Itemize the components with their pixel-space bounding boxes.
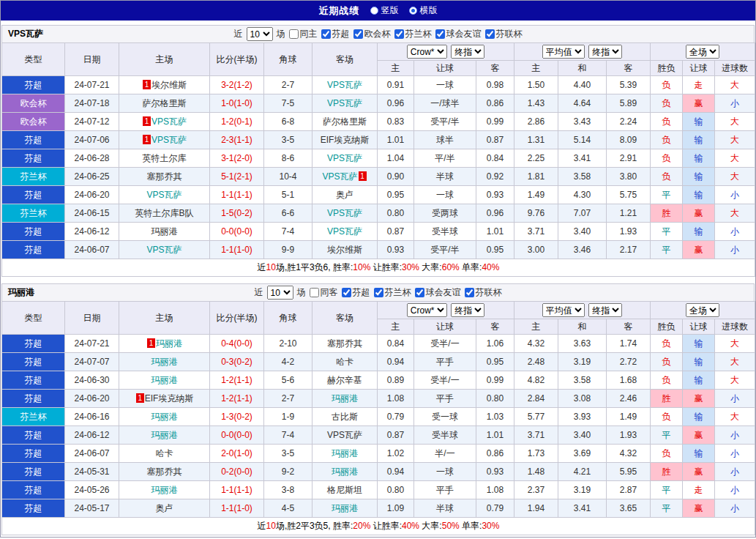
match-count-select[interactable]: 10 xyxy=(267,286,293,300)
team-name[interactable]: VPS瓦萨 xyxy=(327,80,362,90)
topbar: 近期战绩 竖版 横版 xyxy=(1,1,755,21)
team-name[interactable]: 玛丽港 xyxy=(151,226,178,237)
league-filter[interactable]: 芬联杯 xyxy=(485,28,523,40)
league-filter-checkbox[interactable] xyxy=(465,288,474,297)
team-name[interactable]: 哈卡 xyxy=(336,357,353,367)
bookmaker-select[interactable]: Crow* xyxy=(407,303,447,317)
corner-score: 5-6 xyxy=(264,371,312,390)
view-radio-label: 横版 xyxy=(420,4,438,17)
team-name[interactable]: VPS瓦萨 xyxy=(327,98,362,108)
odds-stage-select[interactable]: 终指 xyxy=(588,45,622,59)
team-name[interactable]: 赫尔辛基 xyxy=(327,375,362,385)
team-name[interactable]: 哈卡 xyxy=(156,448,173,458)
home-team: 1EIF埃克纳斯 xyxy=(119,390,210,408)
odds-home: 0.83 xyxy=(378,113,414,131)
match-count-select[interactable]: 10 xyxy=(247,27,273,41)
result-handicap: 输 xyxy=(683,149,715,168)
league-filter[interactable]: 球会友谊 xyxy=(415,286,461,299)
scope-select[interactable]: 全场 xyxy=(686,45,719,59)
league-filter[interactable]: 球会友谊 xyxy=(435,28,482,40)
team-name[interactable]: 英特土尔库 xyxy=(143,153,187,163)
team-name[interactable]: 玛丽港 xyxy=(332,393,358,404)
avg-draw: 3.58 xyxy=(558,168,607,186)
team-name[interactable]: 塞那乔其 xyxy=(147,466,182,477)
odds-home: 0.94 xyxy=(378,463,414,481)
corner-score: 3-5 xyxy=(264,131,312,149)
bookmaker-select[interactable]: Crow* xyxy=(407,45,447,59)
avg-home: 1.43 xyxy=(514,94,558,113)
team-name[interactable]: VPS瓦萨 xyxy=(151,135,187,145)
team-name[interactable]: 玛丽港 xyxy=(332,448,358,458)
league-filter-checkbox[interactable] xyxy=(485,29,495,39)
radio-icon[interactable] xyxy=(370,7,378,15)
avg-away: 5.75 xyxy=(607,186,651,204)
team-name[interactable]: 玛丽港 xyxy=(332,466,358,477)
near-label: 近 xyxy=(255,286,263,299)
odds-stage-select[interactable]: 终指 xyxy=(451,303,484,317)
team-name[interactable]: VPS瓦萨 xyxy=(151,116,187,127)
team-name[interactable]: VPS瓦萨 xyxy=(327,226,362,237)
team-name[interactable]: 英特土尔库B队 xyxy=(135,208,193,218)
avg-odds-select[interactable]: 平均值 xyxy=(542,303,585,317)
team-name[interactable]: VPS瓦萨 xyxy=(327,208,362,218)
avg-home: 2.25 xyxy=(514,149,558,168)
scope-select[interactable]: 全场 xyxy=(686,303,719,317)
league-filter-checkbox[interactable] xyxy=(321,29,331,39)
team-name[interactable]: 奥卢 xyxy=(336,190,353,200)
league-filter-checkbox[interactable] xyxy=(342,288,351,297)
corner-score: 1-9 xyxy=(264,408,312,426)
team-name[interactable]: 塞那乔其 xyxy=(327,338,362,349)
team-name[interactable]: 古比斯 xyxy=(332,412,358,422)
team-name[interactable]: 埃尔维斯 xyxy=(327,245,362,255)
avg-home: 1.50 xyxy=(514,76,558,94)
league-filter-checkbox[interactable] xyxy=(394,29,404,39)
team-name[interactable]: 萨尔格里斯 xyxy=(323,116,367,127)
league-filter-checkbox[interactable] xyxy=(435,29,445,39)
team-name[interactable]: 玛丽港 xyxy=(151,485,178,495)
team-name[interactable]: 玛丽港 xyxy=(151,430,178,440)
avg-odds-select[interactable]: 平均值 xyxy=(542,45,585,59)
team-name[interactable]: EIF埃克纳斯 xyxy=(145,393,194,404)
team-name[interactable]: 塞那乔其 xyxy=(147,171,182,182)
team-name[interactable]: 萨尔格里斯 xyxy=(143,98,187,108)
team-name[interactable]: 玛丽港 xyxy=(151,375,178,385)
home-team: 塞那乔其 xyxy=(119,463,210,481)
radio-icon[interactable] xyxy=(409,7,417,15)
league-filter[interactable]: 芬联杯 xyxy=(465,286,502,299)
odds-stage-select[interactable]: 终指 xyxy=(588,303,622,317)
subcol-asian-home: 主 xyxy=(378,319,414,335)
league-filter[interactable]: 芬兰杯 xyxy=(394,28,432,40)
odds-home: 0.79 xyxy=(378,408,414,426)
league-filter-checkbox[interactable] xyxy=(374,288,383,297)
team-name[interactable]: 埃尔维斯 xyxy=(151,80,187,90)
team-name[interactable]: 玛丽港 xyxy=(151,412,178,422)
team-name[interactable]: VPS瓦萨 xyxy=(322,171,357,182)
league-filter[interactable]: 芬超 xyxy=(342,286,370,299)
team-name[interactable]: VPS瓦萨 xyxy=(327,153,362,163)
team-name[interactable]: VPS瓦萨 xyxy=(327,430,362,440)
team-name[interactable]: 玛丽港 xyxy=(151,357,178,367)
team-name[interactable]: VPS瓦萨 xyxy=(146,190,181,200)
team-name[interactable]: 格尼斯坦 xyxy=(327,485,362,495)
league-filter-checkbox[interactable] xyxy=(415,288,424,297)
team-name[interactable]: 玛丽港 xyxy=(156,338,182,349)
team-name[interactable]: 玛丽港 xyxy=(332,503,358,513)
view-radio[interactable]: 竖版 xyxy=(370,4,399,17)
same-venue-filter-checkbox[interactable] xyxy=(310,288,319,297)
same-venue-filter[interactable]: 同主 xyxy=(289,28,318,40)
odds-stage-select[interactable]: 终指 xyxy=(451,45,484,59)
result-handicap: 输 xyxy=(683,408,715,426)
same-venue-filter-checkbox[interactable] xyxy=(289,29,299,39)
team-name[interactable]: 奥卢 xyxy=(156,503,173,513)
same-venue-filter[interactable]: 同客 xyxy=(310,286,338,299)
league-filter-label: 芬联杯 xyxy=(476,286,502,299)
view-radio[interactable]: 横版 xyxy=(409,4,438,17)
league-filter[interactable]: 欧会杯 xyxy=(353,28,391,40)
league-filter[interactable]: 芬超 xyxy=(321,28,350,40)
result-outcome: 胜 xyxy=(651,204,683,223)
away-team: 塞那乔其 xyxy=(312,335,378,353)
team-name[interactable]: VPS瓦萨 xyxy=(146,245,181,255)
league-filter-checkbox[interactable] xyxy=(353,29,363,39)
league-filter[interactable]: 芬兰杯 xyxy=(374,286,411,299)
team-name[interactable]: EIF埃克纳斯 xyxy=(321,135,370,145)
